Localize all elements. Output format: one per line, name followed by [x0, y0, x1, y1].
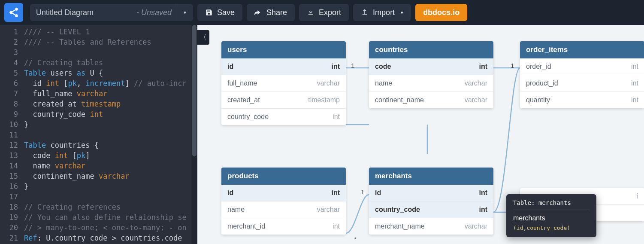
column-type: int — [331, 63, 340, 70]
document-title-group: Untitled Diagram - Unsaved ▾ — [30, 4, 193, 21]
upload-icon — [361, 9, 369, 16]
column-name: created_at — [227, 96, 260, 104]
collapse-editor-button[interactable]: 〈 — [197, 30, 209, 45]
table-column[interactable]: idint — [369, 185, 493, 201]
table-header[interactable]: order_items — [520, 41, 644, 58]
export-label: Export — [319, 8, 341, 17]
table-header[interactable]: countries — [369, 41, 493, 58]
column-name: name — [227, 206, 245, 214]
column-name: product_id — [526, 79, 558, 87]
table-column[interactable]: country_codeint — [369, 201, 493, 218]
column-type: varchar — [317, 206, 340, 214]
column-type: int — [479, 189, 487, 197]
share-button[interactable]: Share — [247, 4, 295, 21]
column-type: int — [331, 189, 340, 197]
app-logo[interactable] — [4, 3, 23, 22]
column-type: int — [631, 79, 638, 87]
code-editor[interactable]: 123456789101112131415161718192021 //// -… — [0, 25, 197, 244]
tooltip-title: Table: merchants — [513, 199, 590, 206]
column-type: varchar — [465, 96, 487, 104]
table-header[interactable]: users — [221, 41, 346, 58]
column-type: int — [631, 63, 638, 70]
dbdocs-label: dbdocs.io — [423, 8, 460, 17]
document-title-dropdown[interactable]: ▾ — [176, 4, 193, 21]
table-column[interactable]: idint — [221, 185, 346, 201]
table-order_items[interactable]: order_itemsorder_idintproduct_idintquant… — [520, 41, 644, 108]
svg-rect-4 — [11, 12, 16, 15]
document-title[interactable]: Untitled Diagram - Unsaved — [30, 8, 176, 17]
save-label: Save — [217, 8, 235, 17]
share-icon — [254, 9, 262, 16]
tooltip-columns: (id,country_code) — [513, 225, 590, 231]
table-column[interactable]: full_namevarchar — [221, 75, 346, 92]
table-header[interactable]: products — [221, 168, 346, 185]
save-icon — [205, 9, 213, 16]
column-name: order_id — [526, 63, 551, 70]
share-nodes-icon — [8, 7, 19, 18]
column-name: name — [375, 79, 392, 87]
column-name: country_code — [227, 113, 269, 121]
column-type: int — [333, 223, 340, 230]
unsaved-indicator: - Unsaved — [136, 8, 172, 17]
column-name: continent_name — [375, 96, 424, 104]
document-title-text: Untitled Diagram — [36, 8, 94, 17]
column-name: code — [375, 63, 391, 70]
column-type: varchar — [465, 223, 487, 230]
share-label: Share — [266, 8, 287, 17]
table-countries[interactable]: countriescodeintnamevarcharcontinent_nam… — [369, 41, 493, 108]
column-type: int — [333, 113, 340, 121]
table-merchants[interactable]: merchantsidintcountry_codeintmerchant_na… — [369, 168, 493, 235]
column-name: merchant_id — [227, 223, 265, 230]
table-header[interactable]: merchants — [369, 168, 493, 185]
editor-scrollbar[interactable] — [191, 25, 197, 244]
scrollbar-thumb[interactable] — [192, 25, 197, 156]
column-name: merchant_name — [375, 223, 425, 230]
table-column[interactable]: product_idint — [520, 75, 644, 92]
column-name: country_code — [375, 206, 420, 214]
chevron-left-icon: 〈 — [200, 34, 206, 41]
relationship-cardinality: 1 — [351, 62, 354, 69]
table-column[interactable]: country_codeint — [221, 108, 346, 125]
import-label: Import — [373, 8, 395, 17]
editor-gutter: 123456789101112131415161718192021 — [0, 27, 24, 243]
table-tooltip: Table: merchants merchants (id,country_c… — [506, 194, 596, 237]
download-icon — [307, 9, 314, 16]
editor-code[interactable]: //// -- LEVEL 1//// -- Tables and Refere… — [24, 27, 187, 243]
table-products[interactable]: productsidintnamevarcharmerchant_idint — [221, 168, 346, 235]
export-button[interactable]: Export — [299, 4, 349, 21]
relationship-cardinality: 1 — [511, 62, 514, 69]
column-name: full_name — [227, 79, 257, 87]
column-name: id — [227, 189, 233, 197]
table-column[interactable]: merchant_namevarchar — [369, 218, 493, 235]
table-column[interactable]: merchant_idint — [221, 218, 346, 235]
column-name: id — [227, 63, 233, 70]
table-column[interactable]: codeint — [369, 58, 493, 75]
dbdocs-button[interactable]: dbdocs.io — [415, 4, 467, 21]
table-users[interactable]: usersidintfull_namevarcharcreated_attime… — [221, 41, 346, 125]
column-name: quantity — [526, 96, 550, 104]
chevron-down-icon: ▾ — [401, 10, 403, 15]
tooltip-table-name: merchants — [513, 214, 590, 222]
column-type: i — [637, 192, 638, 200]
table-column[interactable]: created_attimestamp — [221, 92, 346, 108]
table-column[interactable]: order_idint — [520, 58, 644, 75]
column-type: int — [479, 63, 487, 70]
relationship-cardinality: * — [354, 235, 357, 243]
column-type: timestamp — [308, 96, 340, 104]
import-button[interactable]: Import ▾ — [353, 4, 411, 21]
table-column[interactable]: namevarchar — [221, 201, 346, 218]
column-name: id — [375, 189, 381, 197]
table-column[interactable]: quantityint — [520, 92, 644, 108]
save-button[interactable]: Save — [197, 4, 242, 21]
relationship-cardinality: 1 — [361, 188, 364, 195]
column-type: varchar — [317, 79, 340, 87]
table-column[interactable]: namevarchar — [369, 75, 493, 92]
column-type: int — [479, 206, 487, 214]
table-column[interactable]: idint — [221, 58, 346, 75]
table-column[interactable]: continent_namevarchar — [369, 92, 493, 108]
toolbar: Untitled Diagram - Unsaved ▾ Save Share … — [0, 0, 644, 25]
column-type: varchar — [465, 79, 487, 87]
column-type: int — [631, 96, 638, 104]
